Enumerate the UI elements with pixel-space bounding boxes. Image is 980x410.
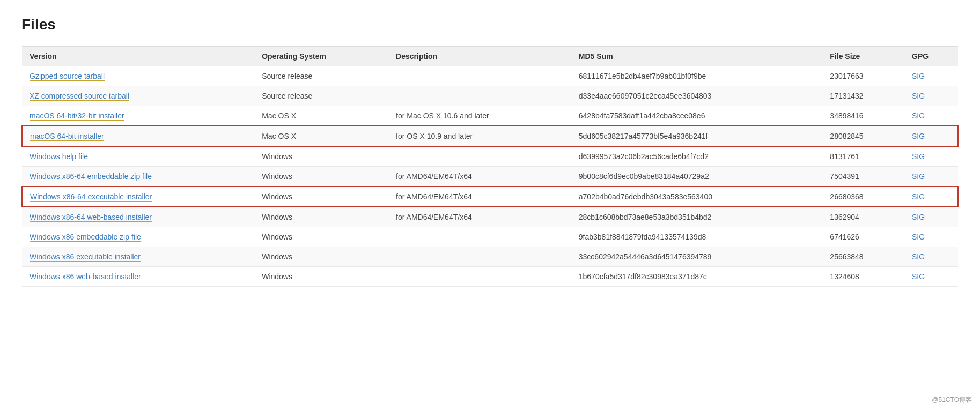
table-row: Windows x86 executable installerWindows3…	[22, 247, 958, 267]
version-link[interactable]: Windows x86 executable installer	[30, 252, 141, 262]
version-link[interactable]: macOS 64-bit installer	[30, 132, 104, 141]
cell-description: for Mac OS X 10.6 and later	[388, 106, 571, 126]
table-row: Windows help fileWindowsd63999573a2c06b2…	[22, 146, 958, 167]
version-link[interactable]: Gzipped source tarball	[30, 72, 105, 81]
gpg-sig-link[interactable]: SIG	[912, 213, 925, 221]
cell-os: Source release	[254, 86, 388, 106]
cell-description	[388, 146, 571, 167]
cell-os: Windows	[254, 207, 388, 227]
cell-description: for OS X 10.9 and later	[388, 126, 571, 146]
cell-gpg: SIG	[904, 267, 958, 287]
gpg-sig-link[interactable]: SIG	[912, 272, 925, 281]
cell-os: Mac OS X	[254, 106, 388, 126]
cell-version: Windows x86 web-based installer	[22, 267, 254, 287]
cell-os: Windows	[254, 167, 388, 187]
cell-version: macOS 64-bit/32-bit installer	[22, 106, 254, 126]
cell-filesize: 26680368	[822, 187, 904, 207]
files-table: Version Operating System Description MD5…	[21, 46, 959, 287]
cell-description: for AMD64/EM64T/x64	[388, 187, 571, 207]
version-link[interactable]: Windows x86-64 embeddable zip file	[30, 172, 152, 181]
cell-version: Windows x86-64 executable installer	[22, 187, 254, 207]
table-row: Gzipped source tarballSource release6811…	[22, 66, 958, 86]
col-header-md5: MD5 Sum	[571, 47, 823, 66]
cell-gpg: SIG	[904, 106, 958, 126]
cell-gpg: SIG	[904, 66, 958, 86]
cell-version: Windows x86 executable installer	[22, 247, 254, 267]
cell-md5: 5dd605c38217a45773bf5e4a936b241f	[571, 126, 823, 146]
cell-md5: 1b670cfa5d317df82c30983ea371d87c	[571, 267, 823, 287]
cell-version: Windows help file	[22, 146, 254, 167]
table-row: macOS 64-bit/32-bit installerMac OS Xfor…	[22, 106, 958, 126]
version-link[interactable]: XZ compressed source tarball	[30, 92, 129, 101]
cell-filesize: 23017663	[822, 66, 904, 86]
cell-md5: a702b4b0ad76debdb3043a583e563400	[571, 187, 823, 207]
table-row: macOS 64-bit installerMac OS Xfor OS X 1…	[22, 126, 958, 146]
cell-gpg: SIG	[904, 126, 958, 146]
cell-os: Windows	[254, 227, 388, 247]
col-header-filesize: File Size	[822, 47, 904, 66]
cell-md5: 9fab3b81f8841879fda94133574139d8	[571, 227, 823, 247]
cell-filesize: 7504391	[822, 167, 904, 187]
table-row: Windows x86-64 web-based installerWindow…	[22, 207, 958, 227]
cell-os: Source release	[254, 66, 388, 86]
version-link[interactable]: Windows x86 embeddable zip file	[30, 233, 141, 242]
cell-description	[388, 86, 571, 106]
gpg-sig-link[interactable]: SIG	[912, 192, 925, 201]
cell-md5: 6428b4fa7583daff1a442cba8cee08e6	[571, 106, 823, 126]
gpg-sig-link[interactable]: SIG	[912, 132, 925, 140]
table-header-row: Version Operating System Description MD5…	[22, 47, 958, 66]
cell-filesize: 1362904	[822, 207, 904, 227]
cell-description: for AMD64/EM64T/x64	[388, 167, 571, 187]
cell-version: macOS 64-bit installer	[22, 126, 254, 146]
col-header-version: Version	[22, 47, 254, 66]
gpg-sig-link[interactable]: SIG	[912, 152, 925, 161]
cell-description	[388, 267, 571, 287]
gpg-sig-link[interactable]: SIG	[912, 72, 925, 80]
version-link[interactable]: Windows x86-64 executable installer	[30, 192, 152, 202]
cell-filesize: 28082845	[822, 126, 904, 146]
version-link[interactable]: macOS 64-bit/32-bit installer	[30, 111, 124, 121]
cell-os: Windows	[254, 247, 388, 267]
cell-description	[388, 66, 571, 86]
cell-version: XZ compressed source tarball	[22, 86, 254, 106]
cell-gpg: SIG	[904, 247, 958, 267]
cell-description	[388, 247, 571, 267]
table-row: Windows x86-64 executable installerWindo…	[22, 187, 958, 207]
cell-filesize: 25663848	[822, 247, 904, 267]
table-row: Windows x86 embeddable zip fileWindows9f…	[22, 227, 958, 247]
cell-md5: 68111671e5b2db4aef7b9ab01bf0f9be	[571, 66, 823, 86]
cell-gpg: SIG	[904, 167, 958, 187]
cell-gpg: SIG	[904, 86, 958, 106]
cell-filesize: 1324608	[822, 267, 904, 287]
cell-os: Windows	[254, 187, 388, 207]
cell-description: for AMD64/EM64T/x64	[388, 207, 571, 227]
cell-filesize: 8131761	[822, 146, 904, 167]
cell-os: Windows	[254, 146, 388, 167]
cell-gpg: SIG	[904, 207, 958, 227]
cell-md5: 28cb1c608bbd73ae8e53a3bd351b4bd2	[571, 207, 823, 227]
cell-gpg: SIG	[904, 146, 958, 167]
cell-description	[388, 227, 571, 247]
gpg-sig-link[interactable]: SIG	[912, 252, 925, 261]
table-row: Windows x86-64 embeddable zip fileWindow…	[22, 167, 958, 187]
table-row: XZ compressed source tarballSource relea…	[22, 86, 958, 106]
cell-md5: d33e4aae66097051c2eca45ee3604803	[571, 86, 823, 106]
gpg-sig-link[interactable]: SIG	[912, 92, 925, 100]
col-header-os: Operating System	[254, 47, 388, 66]
cell-gpg: SIG	[904, 227, 958, 247]
col-header-description: Description	[388, 47, 571, 66]
gpg-sig-link[interactable]: SIG	[912, 172, 925, 181]
cell-md5: 33cc602942a54446a3d6451476394789	[571, 247, 823, 267]
cell-filesize: 17131432	[822, 86, 904, 106]
cell-filesize: 34898416	[822, 106, 904, 126]
version-link[interactable]: Windows x86 web-based installer	[30, 272, 141, 281]
cell-md5: d63999573a2c06b2ac56cade6b4f7cd2	[571, 146, 823, 167]
version-link[interactable]: Windows x86-64 web-based installer	[30, 213, 152, 222]
cell-version: Windows x86-64 embeddable zip file	[22, 167, 254, 187]
version-link[interactable]: Windows help file	[30, 152, 88, 161]
col-header-gpg: GPG	[904, 47, 958, 66]
gpg-sig-link[interactable]: SIG	[912, 111, 925, 120]
page-title: Files	[21, 16, 959, 33]
gpg-sig-link[interactable]: SIG	[912, 233, 925, 241]
cell-os: Windows	[254, 267, 388, 287]
